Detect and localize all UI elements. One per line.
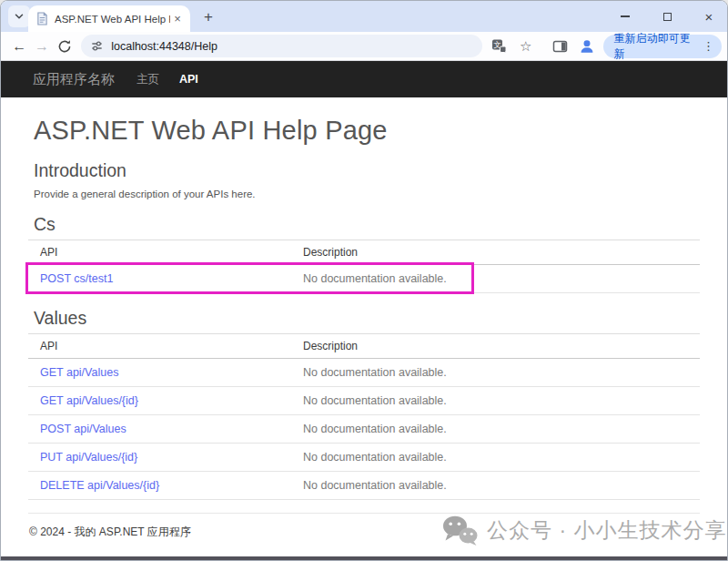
table-row: POST api/Values No documentation availab… [28, 415, 700, 444]
reload-button[interactable] [53, 35, 76, 58]
tab-search-button[interactable] [8, 5, 30, 27]
maximize-icon [663, 13, 672, 21]
section-heading-values: Values [34, 308, 700, 329]
api-link-get-values-id[interactable]: GET api/Values/{id} [40, 394, 138, 407]
bookmark-star-icon: ☆ [520, 38, 531, 55]
cs-api-table: API Description POST cs/test1 No documen… [28, 240, 700, 293]
back-button[interactable]: ← [8, 35, 31, 58]
nav-item-home[interactable]: 主页 [136, 72, 159, 87]
tab-close-icon[interactable]: × [170, 12, 185, 26]
new-tab-button[interactable]: + [199, 8, 217, 26]
api-description: No documentation available. [291, 415, 700, 444]
browser-window: ASP.NET Web API Help Page × + × ← → [0, 0, 728, 561]
introduction-text: Provide a general description of your AP… [34, 189, 700, 199]
api-link-get-values[interactable]: GET api/Values [40, 366, 118, 379]
api-link-put-values-id[interactable]: PUT api/Values/{id} [40, 451, 137, 464]
site-navbar: 应用程序名称 主页 API [1, 61, 727, 97]
window-maximize-button[interactable] [658, 7, 676, 26]
tab-title: ASP.NET Web API Help Page [55, 14, 170, 25]
column-header-api: API [28, 240, 291, 265]
watermark-text: 公众号 · 小小生技术分享 [487, 516, 726, 545]
column-header-description: Description [291, 334, 700, 359]
introduction-heading: Introduction [34, 160, 700, 181]
chevron-down-icon [13, 10, 25, 23]
update-button-label: 重新启动即可更新 [614, 31, 696, 62]
forward-button[interactable]: → [31, 35, 54, 58]
address-bar[interactable]: localhost:44348/Help [81, 35, 481, 57]
api-link-delete-values-id[interactable]: DELETE api/Values/{id} [40, 479, 159, 492]
window-controls: × [616, 1, 718, 32]
reload-icon [57, 39, 72, 54]
page-title: ASP.NET Web API Help Page [34, 116, 700, 146]
menu-kebab-icon[interactable]: ⋮ [703, 39, 714, 53]
api-description: No documentation available. [291, 387, 700, 415]
section-heading-cs: Cs [34, 214, 700, 235]
table-row: DELETE api/Values/{id} No documentation … [28, 472, 700, 500]
watermark: 公众号 · 小小生技术分享 [441, 515, 726, 546]
table-row: GET api/Values No documentation availabl… [28, 359, 700, 387]
api-description: No documentation available. [291, 444, 700, 472]
profile-avatar-icon [579, 38, 595, 55]
table-row: PUT api/Values/{id} No documentation ava… [28, 444, 700, 472]
minimize-icon [621, 15, 630, 17]
site-settings-icon [90, 39, 104, 53]
footer-divider [28, 513, 700, 514]
api-link-post-cs-test1[interactable]: POST cs/test1 [40, 272, 113, 285]
window-close-button[interactable]: × [700, 7, 718, 26]
side-panel-button[interactable] [552, 38, 569, 55]
page-content: ASP.NET Web API Help Page Introduction P… [1, 116, 727, 540]
cs-table-wrap: API Description POST cs/test1 No documen… [28, 240, 700, 293]
api-description: No documentation available. [291, 265, 700, 293]
navbar-brand[interactable]: 应用程序名称 [33, 71, 115, 88]
api-description: No documentation available. [291, 472, 700, 500]
window-minimize-button[interactable] [616, 7, 634, 26]
toolbar-icons: 文 ☆ [491, 38, 595, 55]
wechat-icon [441, 515, 479, 546]
url-text: localhost:44348/Help [111, 40, 217, 53]
api-description: No documentation available. [291, 359, 700, 387]
browser-tab[interactable]: ASP.NET Web API Help Page × [28, 5, 190, 32]
table-row: POST cs/test1 No documentation available… [28, 265, 700, 293]
close-icon: × [705, 10, 713, 24]
profile-button[interactable] [579, 38, 595, 55]
window-bottom-edge [1, 556, 727, 560]
translate-button[interactable]: 文 [491, 38, 508, 55]
column-header-api: API [28, 334, 291, 359]
browser-toolbar: ← → localhost:44348/Help 文 [1, 32, 727, 61]
api-link-post-values[interactable]: POST api/Values [40, 423, 126, 435]
nav-item-api[interactable]: API [179, 73, 198, 86]
chrome-update-button[interactable]: 重新启动即可更新 ⋮ [603, 35, 722, 58]
tab-strip: ASP.NET Web API Help Page × + × [1, 1, 727, 32]
side-panel-icon [552, 39, 568, 54]
bookmark-button[interactable]: ☆ [518, 38, 534, 55]
page-favicon [36, 12, 48, 26]
table-row: GET api/Values/{id} No documentation ava… [28, 387, 700, 415]
column-header-description: Description [291, 240, 700, 265]
values-api-table: API Description GET api/Values No docume… [28, 333, 700, 500]
translate-icon: 文 [491, 38, 507, 54]
